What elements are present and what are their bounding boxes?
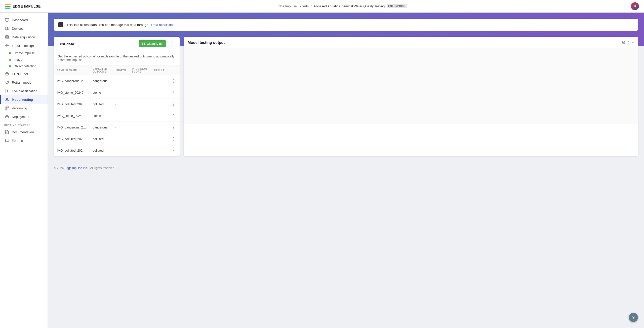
svg-rect-0 xyxy=(5,18,9,21)
cell-actions: ⋮ xyxy=(168,145,180,156)
row-actions-button[interactable]: ⋮ xyxy=(171,124,177,130)
cell-length: - xyxy=(112,87,129,99)
rights-text: . All rights reserved xyxy=(89,166,114,170)
info-banner: ✓ This lists all test data. You can mana… xyxy=(54,19,638,31)
sidebar-item-eon-tuner[interactable]: EON Tuner xyxy=(0,70,48,78)
notification-button[interactable]: (0) xyxy=(622,41,631,45)
notification-count: (0) xyxy=(626,41,631,45)
info-text-before: This lists all test data. You can manage… xyxy=(66,23,148,27)
tune-icon xyxy=(5,72,9,76)
sidebar-item-live-classification[interactable]: Live classification xyxy=(0,87,48,95)
sidebar-label-forums: Forums xyxy=(12,139,23,143)
cell-sample-name: IMG_sterile_20240… xyxy=(54,87,90,99)
cell-expected-outcome: dangerous xyxy=(90,122,112,133)
output-dropdown-button[interactable]: ▾ xyxy=(632,41,634,44)
play-icon xyxy=(5,89,9,93)
cell-actions: ⋮ xyxy=(168,110,180,122)
cell-sample-name: IMG_polluted_202… xyxy=(54,133,90,145)
help-button[interactable]: ? xyxy=(629,313,638,322)
sidebar-item-image[interactable]: Image xyxy=(0,56,48,63)
sidebar-item-create-impulse[interactable]: Create impulse xyxy=(0,50,48,56)
classify-all-button[interactable]: Classify all xyxy=(139,40,166,47)
footer: © 2024 EdgeImpulse Inc. . All rights res… xyxy=(48,162,644,174)
cell-expected-outcome: polluted xyxy=(90,99,112,110)
svg-point-14 xyxy=(6,109,7,110)
table-row: IMG_polluted_202… polluted - ⋮ xyxy=(54,133,180,145)
output-panel-actions: (0) ▾ xyxy=(622,41,634,45)
test-data-table: SAMPLE NAME EXPECTED OUTCOME LENGTH PREC… xyxy=(54,65,180,156)
data-acquisition-link[interactable]: Data acquisition xyxy=(151,23,175,27)
sidebar-label-model-testing: Model testing xyxy=(12,98,33,102)
logo-text: EDGE IMPULSE xyxy=(13,4,41,8)
help-icon: ? xyxy=(632,315,635,320)
sidebar-label-versioning: Versioning xyxy=(12,106,27,110)
database-icon xyxy=(5,35,9,39)
company-link[interactable]: EdgeImpulse Inc. xyxy=(64,166,88,170)
sidebar-item-versioning[interactable]: Versioning xyxy=(0,104,48,112)
refresh-icon xyxy=(5,80,9,85)
sidebar-item-data-acquisition[interactable]: Data acquisition xyxy=(0,33,48,41)
sidebar-item-devices[interactable]: Devices xyxy=(0,24,48,33)
enterprise-badge: ENTERPRISE xyxy=(387,4,407,8)
box-icon xyxy=(5,114,9,119)
cell-expected-outcome: polluted xyxy=(90,133,112,145)
svg-marker-11 xyxy=(6,89,8,92)
table-row: IMG_polluted_202… polluted - ⋮ xyxy=(54,145,180,156)
checkbox-icon: ✓ xyxy=(58,22,63,27)
sidebar-item-model-testing[interactable]: Model testing xyxy=(0,95,48,104)
sidebar-item-documentation[interactable]: Documentation xyxy=(0,128,48,136)
row-actions-button[interactable]: ⋮ xyxy=(171,101,177,107)
cell-length: - xyxy=(112,122,129,133)
sidebar-label-deployment: Deployment xyxy=(12,115,29,119)
col-precision-score: PRECISION SCORE xyxy=(129,65,151,75)
cell-sample-name: IMG_sterile_20240… xyxy=(54,110,90,122)
cell-sample-name: IMG_polluted_202… xyxy=(54,99,90,110)
sidebar-item-dashboard[interactable]: Dashboard xyxy=(0,16,48,24)
panel-actions: Classify all ⋮ xyxy=(139,40,176,47)
sidebar-label-documentation: Documentation xyxy=(12,130,34,134)
svg-point-15 xyxy=(8,107,9,108)
cell-sample-name: IMG_polluted_202… xyxy=(54,145,90,156)
sidebar-item-object-detection[interactable]: Object detection xyxy=(0,63,48,70)
cell-precision-score xyxy=(129,99,151,110)
row-actions-button[interactable]: ⋮ xyxy=(171,136,177,142)
logo-area: EDGE IMPULSE xyxy=(5,4,53,9)
dot-icon-image xyxy=(9,59,11,61)
sidebar-label-eon-tuner: EON Tuner xyxy=(12,72,28,76)
flask-icon xyxy=(5,97,9,102)
row-actions-button[interactable]: ⋮ xyxy=(171,148,177,153)
header-right: U xyxy=(631,2,639,10)
svg-rect-21 xyxy=(142,44,143,45)
table-row: IMG_dangerous_2… dangerous - ⋮ xyxy=(54,75,180,87)
cell-length: - xyxy=(112,133,129,145)
svg-rect-3 xyxy=(5,27,8,30)
row-actions-button[interactable]: ⋮ xyxy=(171,78,177,84)
col-sample-name: SAMPLE NAME xyxy=(54,65,90,75)
col-expected-outcome: EXPECTED OUTCOME xyxy=(90,65,112,75)
table-row: IMG_sterile_20240… sterile - ⋮ xyxy=(54,87,180,99)
cell-result xyxy=(151,122,168,133)
user-avatar[interactable]: U xyxy=(631,2,639,10)
cell-expected-outcome: sterile xyxy=(90,87,112,99)
main-content: ✓ This lists all test data. You can mana… xyxy=(48,13,644,328)
copyright-text: © 2024 xyxy=(54,166,64,170)
row-actions-button[interactable]: ⋮ xyxy=(171,113,177,119)
table-row: IMG_polluted_202… polluted - ⋮ xyxy=(54,99,180,110)
cell-sample-name: IMG_dangerous_2… xyxy=(54,122,90,133)
svg-rect-22 xyxy=(144,44,145,45)
breadcrumb-org[interactable]: Edge Impulse Experts xyxy=(277,4,309,8)
sidebar-item-deployment[interactable]: Deployment xyxy=(0,112,48,121)
sidebar-item-forums[interactable]: Forums xyxy=(0,136,48,145)
table-container: SAMPLE NAME EXPECTED OUTCOME LENGTH PREC… xyxy=(54,65,180,156)
panel-description: Set the 'expected outcome' for each samp… xyxy=(54,51,180,65)
cell-result xyxy=(151,110,168,122)
panel-more-button[interactable]: ⋮ xyxy=(168,41,176,47)
chat-icon xyxy=(5,138,9,143)
sidebar-label-retrain-model: Retrain model xyxy=(12,81,32,84)
row-actions-button[interactable]: ⋮ xyxy=(171,90,177,95)
svg-rect-4 xyxy=(8,28,9,30)
sidebar-item-retrain-model[interactable]: Retrain model xyxy=(0,78,48,87)
dot-icon xyxy=(9,52,11,54)
cell-precision-score xyxy=(129,133,151,145)
sidebar-item-impulse-design[interactable]: Impulse design xyxy=(0,41,48,50)
